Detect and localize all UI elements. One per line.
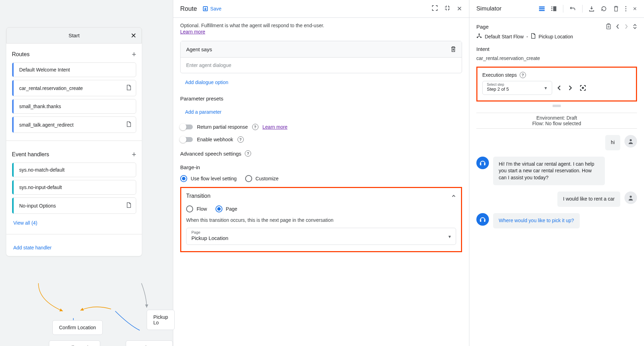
svg-point-4 xyxy=(625,10,627,12)
barge-in-heading: Barge-in xyxy=(180,164,462,170)
flow-node-dropoff[interactable]: Drop Off Location xyxy=(49,340,100,346)
page-icon xyxy=(531,33,536,40)
route-item[interactable]: small_thank.thanks xyxy=(12,99,136,114)
prev-page-icon[interactable] xyxy=(616,24,620,29)
bot-avatar-icon xyxy=(476,213,489,226)
svg-point-6 xyxy=(478,33,480,35)
svg-rect-1 xyxy=(554,7,556,11)
user-message: I would like to rent a car xyxy=(476,191,637,207)
flow-node-pickup[interactable]: Pickup Lo xyxy=(147,310,175,330)
add-dialogue-link[interactable]: Add dialogue option xyxy=(185,80,228,85)
page-select[interactable]: Page Pickup Location ▾ xyxy=(186,228,456,245)
help-icon[interactable]: ? xyxy=(252,124,258,130)
prev-step-icon[interactable] xyxy=(557,85,561,91)
svg-point-3 xyxy=(625,8,627,9)
save-icon xyxy=(203,6,208,12)
event-handlers-heading: Event handlers xyxy=(12,151,49,158)
bot-avatar-icon xyxy=(476,157,489,169)
simulator-header: Simulator ✕ xyxy=(469,0,644,18)
view-list-icon[interactable] xyxy=(550,6,557,12)
partial-response-label: Return partial response xyxy=(197,124,248,130)
view-lines-icon[interactable] xyxy=(540,6,544,12)
transition-flow-radio[interactable]: Flow xyxy=(186,205,207,212)
flow-level-radio[interactable]: Use flow level setting xyxy=(180,175,237,182)
execution-steps-highlight: Execution steps ? Select step Step 2 of … xyxy=(476,67,637,101)
routes-section: Routes + Default Welcome Intent car_rent… xyxy=(6,44,142,138)
download-icon[interactable] xyxy=(589,6,594,12)
route-title: Route xyxy=(180,5,197,13)
next-step-icon[interactable] xyxy=(568,85,572,91)
start-page-card: Start ✕ Routes + Default Welcome Intent … xyxy=(6,27,142,256)
close-icon[interactable]: ✕ xyxy=(131,31,137,40)
flow-node-rental[interactable]: Rental Duration xyxy=(126,340,173,346)
learn-more-link[interactable]: Learn more xyxy=(263,124,288,130)
chat-log: hi Hi! I'm the virtual car rental agent.… xyxy=(476,135,637,228)
flow-nodes: Pickup Lo Confirm Location Drop Off Loca… xyxy=(0,294,173,346)
start-card-header: Start ✕ xyxy=(6,27,142,44)
page-icon xyxy=(126,202,132,209)
route-item[interactable]: small_talk.agent_redirect xyxy=(12,116,136,133)
save-button[interactable]: Save xyxy=(203,6,221,12)
refresh-icon[interactable] xyxy=(601,6,607,12)
page-icon xyxy=(126,84,132,92)
handler-item[interactable]: sys.no-input-default xyxy=(12,180,136,195)
customize-radio[interactable]: Customize xyxy=(245,175,279,182)
step-select[interactable]: Select step Step 2 of 5 ▾ xyxy=(482,81,552,95)
transition-highlight: Transition Flow Page When this transitio… xyxy=(180,187,462,252)
fulfillment-description: Optional. Fulfillment is what the agent … xyxy=(180,23,462,28)
param-presets-heading: Parameter presets xyxy=(180,96,462,101)
route-item[interactable]: car_rental.reservation_create xyxy=(12,80,136,96)
transition-heading: Transition xyxy=(186,193,211,199)
close-icon[interactable]: ✕ xyxy=(457,5,462,13)
close-icon[interactable]: ✕ xyxy=(633,6,637,12)
trash-icon[interactable] xyxy=(451,46,456,52)
help-icon[interactable]: ? xyxy=(237,136,244,143)
flow-canvas: Start ✕ Routes + Default Welcome Intent … xyxy=(0,0,173,346)
handler-item[interactable]: sys.no-match-default xyxy=(12,163,136,177)
learn-more-link[interactable]: Learn more xyxy=(180,29,205,35)
svg-point-10 xyxy=(630,139,632,141)
view-all-link[interactable]: View all (4) xyxy=(12,217,136,229)
environment-info: Environment: Draft Flow: No flow selecte… xyxy=(476,113,637,129)
agent-says-box: Agent says Enter agent dialogue xyxy=(180,41,462,73)
collapse-icon[interactable] xyxy=(633,24,637,29)
execution-steps-label: Execution steps xyxy=(482,72,517,78)
page-icon xyxy=(126,121,132,128)
chevron-down-icon: ▾ xyxy=(448,234,451,239)
trash-icon[interactable] xyxy=(613,6,619,12)
bot-message: Where would you like to pick it up? xyxy=(476,213,637,228)
add-parameter-link[interactable]: Add a parameter xyxy=(185,109,221,115)
agent-dialogue-input[interactable]: Enter agent dialogue xyxy=(181,58,462,73)
agent-says-label: Agent says xyxy=(186,46,212,52)
resize-handle[interactable] xyxy=(476,106,637,108)
webhook-toggle[interactable] xyxy=(180,137,193,142)
focus-icon[interactable] xyxy=(579,84,586,91)
svg-point-2 xyxy=(625,6,627,7)
more-icon[interactable] xyxy=(625,6,627,12)
route-item[interactable]: Default Welcome Intent xyxy=(12,62,136,77)
add-state-handler-link[interactable]: Add state handler xyxy=(12,241,136,254)
help-icon[interactable]: ? xyxy=(520,72,526,78)
simulator-panel: Simulator ✕ Page xyxy=(469,0,644,346)
chevron-up-icon[interactable] xyxy=(451,194,456,198)
webhook-label: Enable webhook xyxy=(197,137,233,142)
next-page-icon[interactable] xyxy=(624,24,628,29)
advanced-speech-heading: Advanced speech settings xyxy=(180,151,241,157)
flow-node-confirm[interactable]: Confirm Location xyxy=(52,320,103,335)
transition-page-radio[interactable]: Page xyxy=(215,205,237,212)
user-avatar-icon xyxy=(624,191,637,204)
undo-icon[interactable] xyxy=(570,6,576,12)
handler-item[interactable]: No-input Options xyxy=(12,197,136,214)
clipboard-icon[interactable] xyxy=(606,23,611,30)
collapse-icon[interactable] xyxy=(444,5,451,13)
add-handler-icon[interactable]: + xyxy=(132,150,136,159)
help-icon[interactable]: ? xyxy=(245,150,251,157)
partial-response-toggle[interactable] xyxy=(180,125,193,129)
fullscreen-icon[interactable] xyxy=(432,5,438,13)
routes-heading: Routes xyxy=(12,51,30,58)
add-route-icon[interactable]: + xyxy=(132,50,136,59)
flow-icon xyxy=(476,33,482,40)
route-panel: Route Save ✕ Optional. Fulfillment is wh… xyxy=(173,0,469,346)
svg-point-9 xyxy=(582,87,584,89)
intent-value: car_rental.reservation_create xyxy=(476,55,637,61)
